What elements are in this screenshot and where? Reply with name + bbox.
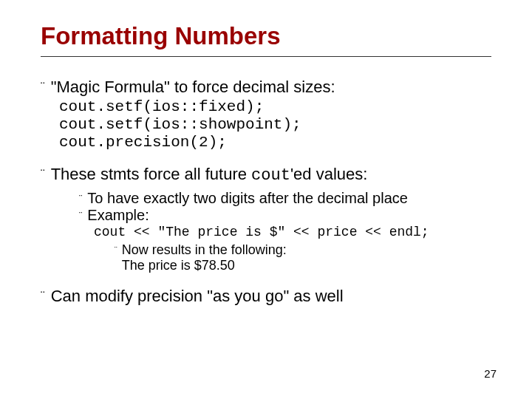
bullet-diamond-icon: ¨ <box>115 242 117 258</box>
bullet-diamond-icon: ¨ <box>41 287 45 305</box>
sub-bullet-example: ¨ Example: <box>79 207 491 224</box>
bullet-text: Now results in the following: The price … <box>122 242 287 273</box>
bullet-text: These stmts force all future cout'ed val… <box>51 165 368 185</box>
bullet-text: To have exactly two digits after the dec… <box>87 190 408 207</box>
bullet-diamond-icon: ¨ <box>79 190 82 207</box>
code-line: cout.setf(ios::fixed); <box>59 98 491 116</box>
page-number: 27 <box>484 367 497 380</box>
bullet-text: Example: <box>87 207 149 224</box>
bullet-modify: ¨ Can modify precision "as you go" as we… <box>41 287 491 306</box>
bullet-text: "Magic Formula" to force decimal sizes: <box>51 78 335 97</box>
code-block-magic: cout.setf(ios::fixed); cout.setf(ios::sh… <box>59 98 491 151</box>
code-line: cout.precision(2); <box>59 134 491 151</box>
inline-code: cout <box>251 166 290 185</box>
bullet-magic-formula: ¨ "Magic Formula" to force decimal sizes… <box>41 78 491 151</box>
code-line-example: cout << "The price is $" << price << end… <box>94 224 491 240</box>
bullet-diamond-icon: ¨ <box>41 78 45 96</box>
slide-title: Formatting Numbers <box>41 22 491 50</box>
bullet-diamond-icon: ¨ <box>79 207 82 224</box>
sub-bullet-twodigits: ¨ To have exactly two digits after the d… <box>79 190 491 207</box>
bullet-stmts: ¨ These stmts force all future cout'ed v… <box>41 165 491 273</box>
bullet-text: Can modify precision "as you go" as well <box>51 287 344 306</box>
code-line: cout.setf(ios::showpoint); <box>59 116 491 134</box>
title-rule <box>41 56 491 57</box>
subsub-bullet-results: ¨ Now results in the following: The pric… <box>115 242 491 273</box>
bullet-diamond-icon: ¨ <box>41 165 45 183</box>
